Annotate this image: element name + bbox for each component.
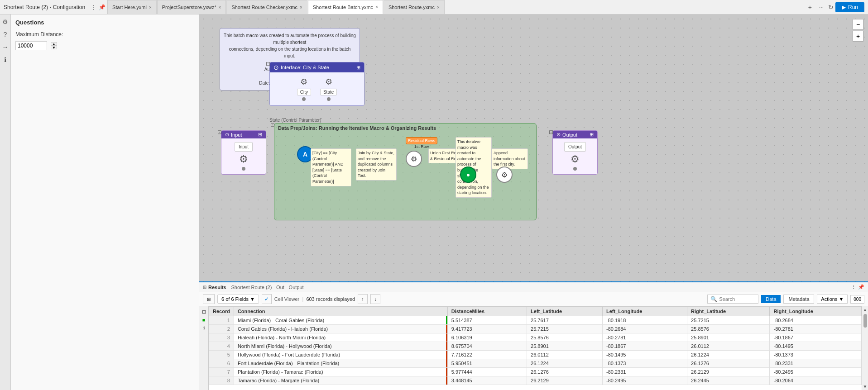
col-distance[interactable]: DistanceMiles (447, 307, 527, 316)
pin-icon[interactable]: 📌 (99, 4, 106, 10)
tab-label-0: Start Here.yxml (112, 5, 147, 10)
results-icon: ⊞ (203, 285, 206, 290)
settings-icon[interactable]: ⚙ (2, 18, 8, 25)
table-row[interactable]: 6 Fort Lauderdale (Florida) - Plantation… (209, 359, 862, 368)
tab-close-4[interactable]: × (437, 5, 440, 10)
check-button[interactable]: ✓ (262, 294, 272, 304)
results-pin-icon[interactable]: 📌 (858, 284, 864, 290)
filter-box: [City] == [City (Control Parameter)] AND… (311, 148, 351, 186)
arrow-icon[interactable]: → (2, 43, 9, 51)
cell-right-lat-2: 25.8901 (687, 333, 770, 342)
edge-icon-2[interactable]: ■ (200, 316, 207, 323)
results-options-icon[interactable]: ⋮ (851, 284, 856, 290)
input-body: Input ⚙ (221, 138, 266, 174)
fields-label: 6 of 6 Fields (221, 296, 249, 302)
tab-4[interactable]: Shortest Route.yxmc× (384, 0, 445, 14)
cell-distance-3: 8.675704 (447, 342, 527, 351)
num-format-button[interactable]: 000 (850, 295, 864, 304)
cell-right-lat-1: 25.8576 (687, 325, 770, 333)
cell-connection-1: Coral Gables (Florida) - Hialeah (Florid… (234, 325, 447, 333)
col-record[interactable]: Record (209, 307, 234, 316)
sidebar-title: Questions (15, 19, 194, 26)
residual-rows-node[interactable]: Residual Rows 1st Row (406, 137, 437, 149)
cell-connection-4: Hollywood (Florida) - Fort Lauderdale (F… (234, 351, 447, 359)
cell-left-lon-5: -80.1373 (603, 359, 687, 368)
input-expand-icon[interactable]: ⊞ (258, 132, 262, 138)
canvas-controls: − + (853, 19, 863, 42)
table-row[interactable]: 5 Hollywood (Florida) - Fort Lauderdale … (209, 351, 862, 359)
sort-asc-button[interactable]: ↑ (358, 294, 368, 304)
col-left-lon[interactable]: Left_Longitude (603, 307, 687, 316)
data-button[interactable]: Data (761, 295, 781, 303)
input-inner: Input (235, 142, 253, 152)
output-expand-icon[interactable]: ⊞ (590, 132, 594, 138)
col-right-lat[interactable]: Right_Latitude (687, 307, 770, 316)
tab-close-2[interactable]: × (300, 5, 302, 10)
zoom-out-button[interactable]: − (853, 19, 863, 30)
cell-left-lon-7: -80.2495 (603, 376, 687, 385)
output-connector (573, 167, 577, 171)
bracket-output: ⊡ (549, 129, 553, 135)
table-row[interactable]: 8 Tamarac (Florida) - Margate (Florida) … (209, 376, 862, 385)
cell-num-0: 1 (209, 316, 234, 325)
results-header: ⊞ Results - Shortest Route (2) - Out - O… (199, 282, 868, 292)
interface-expand-icon[interactable]: ⊞ (356, 65, 360, 71)
output-body: Output ⚙ (553, 138, 597, 174)
col-connection[interactable]: Connection (234, 307, 447, 316)
edge-icon-3[interactable]: ℹ (200, 324, 207, 332)
table-row[interactable]: 1 Miami (Florida) - Coral Gables (Florid… (209, 316, 862, 325)
tab-2[interactable]: Shortest Route Checker.yxmc× (226, 0, 307, 14)
table-icon-button[interactable]: ⊞ (203, 294, 215, 304)
sync-icon[interactable]: ↻ (828, 4, 834, 11)
info-icon[interactable]: ℹ (4, 56, 6, 63)
run-button[interactable]: ▶ Run (835, 2, 864, 12)
join-gear-node[interactable]: ⚙ (406, 151, 422, 167)
iterative-node[interactable]: ● (460, 166, 476, 183)
output-node[interactable]: ⊙ Output ⊞ Output ⚙ (552, 130, 598, 175)
tab-close-0[interactable]: × (149, 5, 152, 10)
cell-num-3: 4 (209, 342, 234, 351)
cell-left-lat-0: 25.7617 (527, 316, 603, 325)
table-row[interactable]: 3 Hialeah (Florida) - North Miami (Flori… (209, 333, 862, 342)
input-node[interactable]: ⊙ Input ⊞ Input ⚙ (221, 130, 266, 175)
output-inner: Output (564, 142, 586, 152)
tab-3[interactable]: Shortest Route Batch.yxmc× (308, 0, 383, 14)
edge-icon-1[interactable]: ⊞ (200, 308, 207, 315)
tab-more-button[interactable]: ··· (816, 4, 826, 10)
search-input[interactable] (719, 296, 755, 302)
interface-title: Interface: City & State (281, 65, 329, 70)
menu-dots-icon[interactable]: ⋮ (91, 4, 97, 11)
tab-close-1[interactable]: × (219, 5, 221, 10)
actions-button[interactable]: Actions ▼ (817, 295, 848, 304)
cell-left-lon-1: -80.2684 (603, 325, 687, 333)
col-right-lon[interactable]: Right_Longitude (770, 307, 862, 316)
table-row[interactable]: 7 Plantation (Florida) - Tamarac (Florid… (209, 368, 862, 376)
metadata-button[interactable]: Metadata (783, 295, 814, 304)
run-triangle-icon: ▶ (842, 4, 846, 10)
col-left-lat[interactable]: Left_Latitude (527, 307, 603, 316)
actions-dropdown-icon: ▼ (839, 296, 844, 302)
data-table-wrapper[interactable]: Record Connection DistanceMiles Left_Lat… (209, 306, 862, 390)
tab-add-button[interactable]: + (806, 4, 815, 11)
interface-node[interactable]: ⊙ Interface: City & State ⊞ ⚙ City ⚙ Sta… (269, 62, 364, 106)
fields-button[interactable]: 6 of 6 Fields ▼ (217, 295, 259, 304)
fields-dropdown-icon: ▼ (250, 296, 255, 302)
tab-0[interactable]: Start Here.yxml× (107, 0, 157, 14)
scrollbar[interactable]: ▲ ▼ (862, 306, 868, 390)
sort-desc-button[interactable]: ↓ (370, 294, 380, 304)
max-distance-input[interactable] (15, 41, 47, 50)
table-row[interactable]: 4 North Miami (Florida) - Hollywood (Flo… (209, 342, 862, 351)
zoom-in-button[interactable]: + (853, 31, 863, 42)
city-gear-icon: ⚙ (300, 77, 307, 87)
table-row[interactable]: 2 Coral Gables (Florida) - Hialeah (Flor… (209, 325, 862, 333)
cell-num-6: 7 (209, 368, 234, 376)
tab-close-3[interactable]: × (375, 5, 378, 10)
toggle-icon: ⊙ (273, 64, 279, 71)
spinner-down[interactable]: ▼ (51, 46, 57, 49)
question-icon[interactable]: ? (4, 31, 7, 38)
interface-header: ⊙ Interface: City & State ⊞ (270, 62, 364, 72)
max-distance-input-row: ▲ ▼ (15, 41, 194, 50)
tab-1[interactable]: ProjectSuperstore.yxwz*× (157, 0, 226, 14)
workflow-canvas[interactable]: This batch macro was created to automate… (199, 14, 868, 281)
append-gear-node[interactable]: ⚙ (496, 166, 513, 183)
